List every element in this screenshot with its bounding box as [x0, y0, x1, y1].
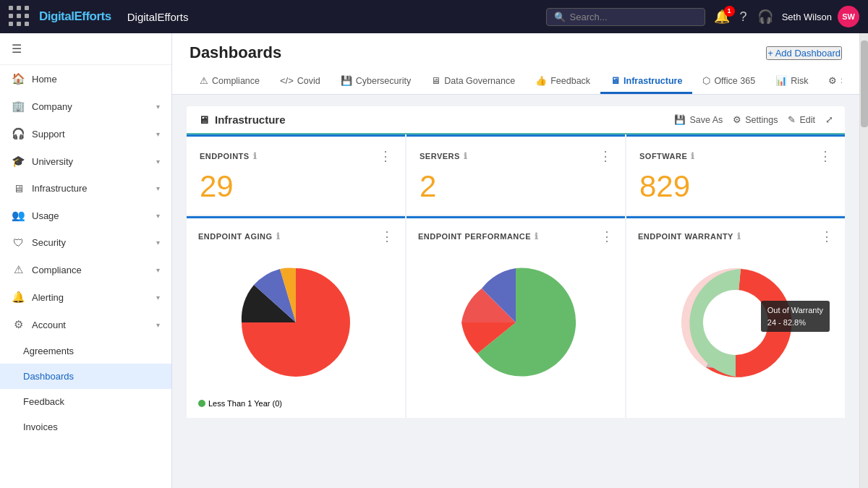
servers-value: 2: [420, 170, 612, 203]
endpoints-title: ENDPOINTS ℹ: [200, 151, 257, 161]
endpoint-aging-title: ENDPOINT AGING ℹ: [198, 231, 280, 241]
add-dashboard-button[interactable]: + Add Dashboard: [766, 46, 842, 60]
tab-feedback-icon: 👍: [535, 75, 547, 86]
endpoint-aging-legend: Less Than 1 Year (0): [198, 399, 393, 408]
sidebar-item-agreements[interactable]: Agreements: [0, 338, 171, 364]
grid-icon[interactable]: [9, 6, 30, 27]
tab-risk-label: Risk: [791, 76, 808, 86]
sidebar-item-usage[interactable]: 👥 Usage ▾: [0, 202, 171, 229]
notification-badge: 1: [724, 6, 735, 17]
notification-bell[interactable]: 🔔 1: [714, 10, 730, 23]
sidebar-item-feedback[interactable]: Feedback: [0, 389, 171, 414]
headset-icon[interactable]: 🎧: [757, 10, 773, 23]
compliance-icon: ⚠: [12, 263, 25, 276]
settings-button[interactable]: ⚙ Settings: [733, 114, 778, 125]
scrollbar-track[interactable]: [859, 33, 868, 488]
legend-item: Less Than 1 Year (0): [198, 399, 282, 408]
tab-risk[interactable]: 📊 Risk: [765, 69, 818, 94]
endpoint-performance-menu[interactable]: ⋮: [600, 228, 613, 244]
tab-infrastructure[interactable]: 🖥 Infrastructure: [600, 69, 692, 94]
endpoint-warranty-menu[interactable]: ⋮: [820, 228, 833, 244]
sidebar-item-alerting[interactable]: 🔔 Alerting ▾: [0, 283, 171, 311]
tab-compliance-icon: ⚠: [200, 75, 208, 86]
svg-point-1: [703, 290, 768, 355]
sidebar-item-university[interactable]: 🎓 University ▾: [0, 147, 171, 175]
endpoint-warranty-info-icon[interactable]: ℹ: [737, 231, 741, 241]
sidebar-item-compliance[interactable]: ⚠ Compliance ▾: [0, 256, 171, 283]
infrastructure-icon: 🖥: [12, 182, 25, 194]
endpoints-card: ENDPOINTS ℹ ⋮ 29: [187, 134, 405, 215]
user-area[interactable]: Seth Wilson SW: [782, 6, 859, 27]
tab-office365[interactable]: ⬡ Office 365: [692, 69, 765, 94]
search-icon: 🔍: [554, 12, 566, 22]
page-title: Dashboards: [190, 43, 281, 62]
save-as-button[interactable]: 💾 Save As: [674, 114, 723, 125]
servers-menu[interactable]: ⋮: [599, 148, 612, 164]
endpoint-aging-info-icon[interactable]: ℹ: [276, 231, 281, 241]
tab-service[interactable]: ⚙ Service: [818, 69, 842, 94]
section-header: 🖥 Infrastructure 💾 Save As ⚙ Settings ✎ …: [187, 106, 845, 134]
section-actions: 💾 Save As ⚙ Settings ✎ Edit ⤢: [674, 114, 833, 125]
expand-button[interactable]: ⤢: [825, 114, 833, 125]
software-menu[interactable]: ⋮: [819, 148, 832, 164]
search-box[interactable]: 🔍: [546, 8, 705, 26]
servers-card: SERVERS ℹ ⋮ 2: [407, 134, 625, 215]
tab-cybersecurity-icon: 💾: [341, 75, 352, 86]
sidebar-item-invoices[interactable]: Invoices: [0, 414, 171, 440]
endpoints-menu[interactable]: ⋮: [379, 148, 392, 164]
sidebar-item-home[interactable]: 🏠 Home: [0, 65, 171, 93]
search-input[interactable]: [570, 12, 697, 22]
tab-data-governance[interactable]: 🖥 Data Governance: [421, 69, 525, 94]
endpoint-warranty-chart: Out of Warranty 24 - 82.8%: [638, 250, 833, 395]
stat-cards: ENDPOINTS ℹ ⋮ 29 SERVERS ℹ ⋮: [187, 134, 845, 215]
endpoints-info-icon[interactable]: ℹ: [253, 151, 258, 161]
brand-logo[interactable]: DigitalEfforts: [39, 9, 111, 24]
section-title-text: Infrastructure: [215, 114, 286, 126]
main-content: Dashboards + Add Dashboard ⚠ Compliance …: [172, 33, 859, 488]
sidebar-item-infrastructure[interactable]: 🖥 Infrastructure ▾: [0, 175, 171, 202]
sidebar-label-university: University: [32, 156, 149, 167]
servers-info-icon[interactable]: ℹ: [464, 151, 468, 161]
edit-button[interactable]: ✎ Edit: [788, 114, 815, 125]
software-card: SOFTWARE ℹ ⋮ 829: [626, 134, 845, 215]
tab-service-label: Service: [841, 76, 842, 86]
endpoint-performance-info-icon[interactable]: ℹ: [535, 231, 539, 241]
help-icon[interactable]: ?: [740, 10, 747, 23]
tab-cybersecurity-label: Cybersecurity: [356, 76, 411, 86]
software-info-icon[interactable]: ℹ: [691, 151, 695, 161]
tab-covid-icon: </>: [280, 75, 294, 86]
sidebar-label-invoices: Invoices: [23, 421, 160, 432]
section-title: 🖥 Infrastructure: [198, 114, 286, 126]
sidebar-item-support[interactable]: 🎧 Support ▾: [0, 120, 171, 147]
software-value: 829: [639, 170, 832, 203]
endpoint-aging-menu[interactable]: ⋮: [380, 228, 393, 244]
endpoint-performance-chart: [418, 250, 613, 395]
home-icon: 🏠: [12, 72, 25, 85]
university-icon: 🎓: [12, 155, 25, 168]
sidebar-label-account: Account: [32, 320, 149, 330]
sidebar-item-company[interactable]: 🏢 Company ▾: [0, 93, 171, 120]
tab-infrastructure-icon: 🖥: [610, 75, 620, 86]
sidebar-item-account[interactable]: ⚙ Account ▾: [0, 311, 171, 338]
tab-office365-label: Office 365: [714, 76, 755, 86]
usage-icon: 👥: [12, 209, 25, 222]
sidebar-toggle[interactable]: ☰: [0, 33, 171, 65]
tab-feedback[interactable]: 👍 Feedback: [525, 69, 600, 94]
tab-data-governance-label: Data Governance: [444, 76, 515, 86]
scrollbar-thumb[interactable]: [861, 40, 868, 127]
tab-cybersecurity[interactable]: 💾 Cybersecurity: [331, 69, 421, 94]
sidebar-label-company: Company: [32, 101, 149, 112]
sidebar-label-feedback: Feedback: [23, 396, 160, 407]
tab-covid[interactable]: </> Covid: [270, 69, 331, 94]
sidebar-item-dashboards[interactable]: Dashboards: [0, 364, 171, 389]
tab-data-governance-icon: 🖥: [431, 75, 441, 86]
tab-compliance[interactable]: ⚠ Compliance: [190, 69, 270, 94]
servers-title: SERVERS ℹ: [420, 151, 467, 161]
chevron-down-icon: ▾: [156, 184, 160, 192]
sidebar-label-compliance: Compliance: [32, 265, 149, 275]
app-name: DigitalEfforts: [127, 11, 537, 23]
sidebar-item-security[interactable]: 🛡 Security ▾: [0, 229, 171, 256]
chevron-down-icon: ▾: [156, 212, 160, 220]
tab-infrastructure-label: Infrastructure: [624, 76, 682, 86]
tab-compliance-label: Compliance: [212, 76, 260, 86]
